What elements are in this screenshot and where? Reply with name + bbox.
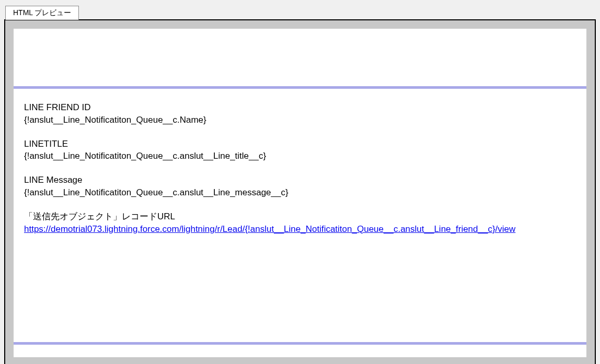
label-message: LINE Message (24, 174, 576, 186)
page-wrapper: HTML プレビュー LINE FRIEND ID {!anslut__Line… (0, 0, 600, 364)
label-friend-id: LINE FRIEND ID (24, 101, 576, 114)
label-title: LINETITLE (24, 138, 576, 150)
tab-html-preview[interactable]: HTML プレビュー (5, 6, 79, 20)
divider-bottom (14, 342, 586, 345)
field-group-record-url: 「送信先オブジェクト」レコードURL https://demotrial073.… (24, 210, 576, 236)
preview-content: LINE FRIEND ID {!anslut__Line_Notificati… (14, 29, 586, 357)
tab-container: HTML プレビュー (0, 5, 600, 19)
value-message: {!anslut__Line_Notificatiton_Queue__c.an… (24, 186, 576, 199)
value-title: {!anslut__Line_Notificatiton_Queue__c.an… (24, 150, 576, 162)
field-group-friend-id: LINE FRIEND ID {!anslut__Line_Notificati… (24, 101, 576, 126)
divider-top (14, 86, 586, 89)
value-friend-id: {!anslut__Line_Notificatiton_Queue__c.Na… (24, 114, 576, 126)
preview-frame: LINE FRIEND ID {!anslut__Line_Notificati… (4, 19, 596, 364)
label-record-url: 「送信先オブジェクト」レコードURL (24, 210, 576, 223)
content-body: LINE FRIEND ID {!anslut__Line_Notificati… (14, 101, 586, 235)
field-group-title: LINETITLE {!anslut__Line_Notificatiton_Q… (24, 138, 576, 163)
field-group-message: LINE Message {!anslut__Line_Notificatito… (24, 174, 576, 199)
spacer-top (14, 29, 586, 86)
link-record-url[interactable]: https://demotrial073.lightning.force.com… (24, 224, 515, 234)
